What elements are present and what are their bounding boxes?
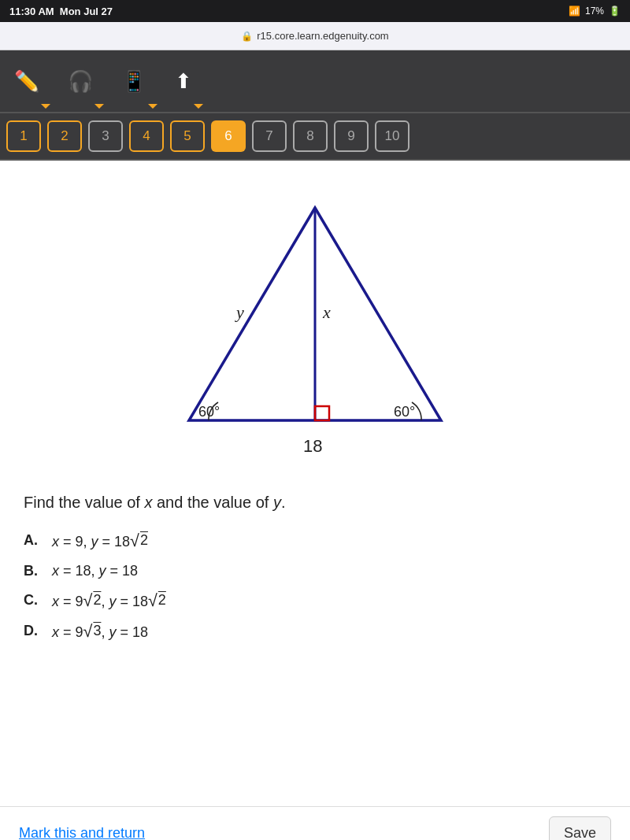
wifi-icon: 📶 — [569, 6, 580, 17]
tab-5[interactable]: 5 — [170, 120, 205, 152]
tool-arrow — [41, 104, 50, 109]
options-list: A. x = 9, y = 18√2 B. x = 18, y = 18 C. … — [24, 532, 606, 641]
option-a-letter: A. — [24, 532, 41, 549]
toolbar: ✏️ 🎧 📱 ⬆ — [0, 50, 630, 113]
question-text: Find the value of x and the value of y. — [24, 491, 606, 513]
bottom-bar: Mark this and return Save — [0, 806, 630, 840]
pencil-tool[interactable]: ✏️ — [0, 50, 54, 112]
option-c[interactable]: C. x = 9√2, y = 18√2 — [24, 592, 606, 610]
status-time: 11:30 AM Mon Jul 27 — [9, 6, 113, 17]
battery-level: 17% — [585, 6, 604, 17]
svg-rect-2 — [315, 406, 329, 420]
tab-1[interactable]: 1 — [6, 120, 41, 152]
diagram-container: y x 60° 60° 18 — [24, 184, 606, 468]
option-c-text: x = 9√2, y = 18√2 — [52, 592, 166, 610]
option-b-letter: B. — [24, 563, 41, 579]
calculator-icon: 📱 — [121, 69, 146, 94]
option-d-text: x = 9√3, y = 18 — [52, 623, 148, 641]
mark-return-link[interactable]: Mark this and return — [19, 825, 145, 840]
upload-icon: ⬆ — [175, 69, 192, 94]
tab-9[interactable]: 9 — [334, 120, 369, 152]
option-b[interactable]: B. x = 18, y = 18 — [24, 563, 606, 579]
upload-tool[interactable]: ⬆ — [161, 50, 206, 112]
save-button[interactable]: Save — [549, 816, 611, 840]
tab-4[interactable]: 4 — [129, 120, 164, 152]
url-bar[interactable]: 🔒 r15.core.learn.edgenuity.com — [0, 22, 630, 50]
status-right: 📶 17% 🔋 — [569, 6, 621, 17]
battery-icon: 🔋 — [609, 6, 621, 17]
svg-text:18: 18 — [303, 436, 322, 456]
tab-7[interactable]: 7 — [252, 120, 287, 152]
tab-10[interactable]: 10 — [375, 120, 410, 152]
headphones-tool[interactable]: 🎧 — [54, 50, 107, 112]
option-d-letter: D. — [24, 623, 41, 639]
option-a-text: x = 9, y = 18√2 — [52, 532, 148, 550]
tool-arrow — [94, 104, 104, 109]
tab-8[interactable]: 8 — [293, 120, 328, 152]
status-bar: 11:30 AM Mon Jul 27 📶 17% 🔋 — [0, 0, 630, 22]
svg-text:y: y — [235, 302, 244, 322]
tabs-bar: 1 2 3 4 5 6 7 8 9 10 — [0, 113, 630, 161]
pencil-icon: ✏️ — [14, 69, 39, 94]
headphones-icon: 🎧 — [68, 69, 93, 94]
tool-arrow — [148, 104, 158, 109]
tab-2[interactable]: 2 — [47, 120, 82, 152]
svg-text:x: x — [322, 302, 331, 322]
calculator-tool[interactable]: 📱 — [107, 50, 161, 112]
main-content: y x 60° 60° 18 Find the value of x and t… — [0, 161, 630, 806]
option-c-letter: C. — [24, 592, 41, 609]
svg-text:60°: 60° — [394, 404, 415, 420]
triangle-diagram: y x 60° 60° 18 — [165, 184, 465, 468]
tab-6[interactable]: 6 — [211, 120, 246, 152]
option-d[interactable]: D. x = 9√3, y = 18 — [24, 623, 606, 641]
option-b-text: x = 18, y = 18 — [52, 563, 138, 579]
tab-3[interactable]: 3 — [88, 120, 123, 152]
lock-icon: 🔒 — [241, 31, 253, 42]
tool-arrow — [194, 104, 203, 109]
option-a[interactable]: A. x = 9, y = 18√2 — [24, 532, 606, 550]
url-text: r15.core.learn.edgenuity.com — [257, 30, 388, 42]
